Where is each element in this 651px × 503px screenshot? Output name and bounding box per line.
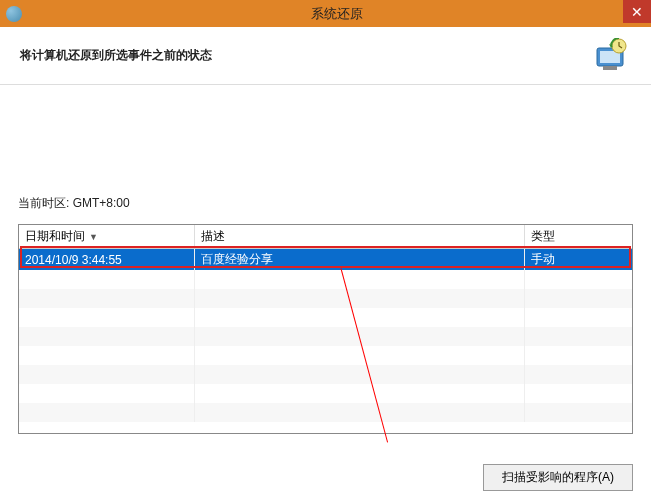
header: 将计算机还原到所选事件之前的状态 xyxy=(0,27,651,85)
restore-points-table[interactable]: 日期和时间▼ 描述 类型 2014/10/9 3:44:55 百度经验分享 手动 xyxy=(18,224,633,434)
cell-datetime: 2014/10/9 3:44:55 xyxy=(19,249,194,271)
close-button[interactable]: ✕ xyxy=(623,0,651,23)
table-row[interactable] xyxy=(19,308,632,327)
table-row[interactable] xyxy=(19,270,632,289)
column-header-description[interactable]: 描述 xyxy=(194,225,524,249)
titlebar: 系统还原 ✕ xyxy=(0,0,651,27)
cell-type: 手动 xyxy=(524,249,632,271)
table-row[interactable] xyxy=(19,384,632,403)
scan-affected-programs-button[interactable]: 扫描受影响的程序(A) xyxy=(483,464,633,491)
page-subtitle: 将计算机还原到所选事件之前的状态 xyxy=(20,47,212,64)
table-header-row: 日期和时间▼ 描述 类型 xyxy=(19,225,632,249)
cell-description: 百度经验分享 xyxy=(194,249,524,271)
app-icon xyxy=(6,6,22,22)
timezone-label: 当前时区: GMT+8:00 xyxy=(18,195,633,212)
table-row[interactable] xyxy=(19,289,632,308)
column-header-datetime[interactable]: 日期和时间▼ xyxy=(19,225,194,249)
svg-rect-2 xyxy=(603,66,617,70)
table-row[interactable] xyxy=(19,403,632,422)
column-header-type[interactable]: 类型 xyxy=(524,225,632,249)
table-row[interactable] xyxy=(19,365,632,384)
footer: 扫描受影响的程序(A) xyxy=(483,464,633,491)
table-row[interactable] xyxy=(19,346,632,365)
table-row[interactable] xyxy=(19,327,632,346)
table-row[interactable]: 2014/10/9 3:44:55 百度经验分享 手动 xyxy=(19,249,632,271)
sort-desc-icon: ▼ xyxy=(89,232,98,242)
window-title: 系统还原 xyxy=(22,5,651,23)
system-restore-icon xyxy=(589,38,631,74)
content-area: 当前时区: GMT+8:00 日期和时间▼ 描述 类型 2014/10/9 3:… xyxy=(0,195,651,434)
